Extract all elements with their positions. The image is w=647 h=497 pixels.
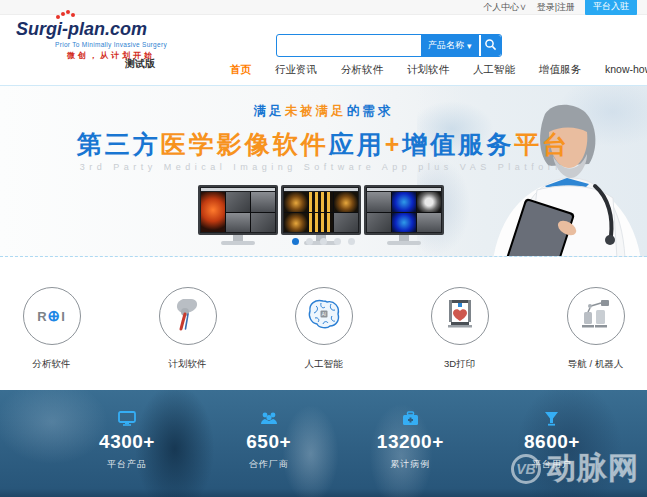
robot-icon — [579, 298, 613, 334]
hero-title: 第三方医学影像软件应用+增值服务平台 — [0, 128, 647, 161]
chevron-down-icon: ∨ — [519, 2, 527, 12]
medical-case-icon — [402, 411, 419, 430]
nav-item-vas[interactable]: 增值服务 — [539, 63, 581, 77]
stats-section: 4300+ 平台产品 650+ 合作厂商 13200+ 累计病例 — [0, 390, 647, 497]
feature-3d-printing[interactable]: 3D打印 — [415, 287, 505, 390]
logo-tagline-en: Prior To Minimally Invasive Surgery — [16, 41, 206, 48]
hip-joint-icon — [173, 297, 203, 335]
brand-name: Surgi-plan.com — [16, 19, 147, 40]
stat-platform-products: 4300+ 平台产品 — [72, 412, 182, 471]
funnel-user-icon — [544, 411, 559, 430]
login-register-link[interactable]: 登录|注册 — [537, 1, 575, 14]
hero-banner: 满足未被满足的需求 第三方医学影像软件应用+增值服务平台 3rd Party M… — [0, 85, 647, 257]
nav-item-analysis-software[interactable]: 分析软件 — [341, 63, 383, 77]
printer-3d-icon — [445, 298, 475, 334]
logo-tagline-cn: 微创，从计划开始 — [16, 50, 206, 61]
search-icon — [484, 38, 497, 54]
search-bar: 产品名称 ▾ — [276, 34, 502, 57]
svg-text:AI: AI — [321, 312, 325, 317]
nav-item-ai[interactable]: 人工智能 — [473, 63, 515, 77]
logo[interactable]: Surgi-plan.com Prior To Minimally Invasi… — [16, 19, 206, 61]
monitor-icon — [118, 411, 136, 430]
carousel-dot-4[interactable] — [334, 238, 341, 245]
feature-analysis-software[interactable]: R⊕I 分析软件 — [7, 287, 97, 390]
roi-icon: R⊕I — [37, 307, 66, 325]
top-utility-bar: 个人中心∨ 登录|注册 平台入驻 — [0, 0, 647, 15]
feature-planning-software[interactable]: 计划软件 — [143, 287, 233, 390]
carousel-dot-2[interactable] — [306, 238, 313, 245]
hero-subtitle: 3rd Party Medical Imaging Software App p… — [0, 162, 647, 172]
workstation-monitors-image — [198, 185, 444, 245]
nav-item-industry-news[interactable]: 行业资讯 — [275, 63, 317, 77]
feature-navigation-robot[interactable]: 导航 / 机器人 — [551, 287, 641, 390]
nav-item-knowhow[interactable]: know-how — [605, 63, 647, 77]
hero-tagline: 满足未被满足的需求 — [0, 103, 647, 120]
carousel-dots — [0, 238, 647, 245]
search-input[interactable] — [277, 35, 421, 56]
header: Surgi-plan.com Prior To Minimally Invasi… — [0, 15, 647, 85]
feature-ai[interactable]: AI 人工智能 — [279, 287, 369, 390]
monitor-left — [198, 185, 278, 245]
personal-center-link[interactable]: 个人中心∨ — [483, 1, 527, 14]
monitor-right — [364, 185, 444, 245]
monitor-center — [281, 185, 361, 245]
page: 个人中心∨ 登录|注册 平台入驻 Surgi-plan.com Prior To… — [0, 0, 647, 497]
nav-item-home[interactable]: 首页 — [230, 63, 251, 77]
partners-icon — [260, 411, 278, 430]
stat-users: 8600+ 平台用户 — [497, 412, 607, 471]
search-button[interactable] — [481, 35, 501, 56]
feature-categories: R⊕I 分析软件 计划软件 AI 人工智能 3D打印 导航 / 机器人 — [0, 257, 647, 390]
logo-red-dots-icon — [56, 15, 60, 19]
carousel-dot-5[interactable] — [348, 238, 355, 245]
stat-partners: 650+ 合作厂商 — [214, 412, 324, 471]
nav-item-planning-software[interactable]: 计划软件 — [407, 63, 449, 77]
platform-join-button[interactable]: 平台入驻 — [585, 0, 637, 15]
search-category-dropdown[interactable]: 产品名称 ▾ — [421, 35, 479, 56]
caret-down-icon: ▾ — [467, 41, 472, 51]
main-nav: 首页 行业资讯 分析软件 计划软件 人工智能 增值服务 know-how — [230, 63, 647, 77]
carousel-dot-3[interactable] — [320, 238, 327, 245]
beta-badge: 测试版 — [125, 57, 155, 71]
stat-cases: 13200+ 累计病例 — [355, 412, 465, 471]
carousel-dot-1[interactable] — [292, 238, 299, 245]
ai-brain-icon: AI — [307, 298, 341, 334]
